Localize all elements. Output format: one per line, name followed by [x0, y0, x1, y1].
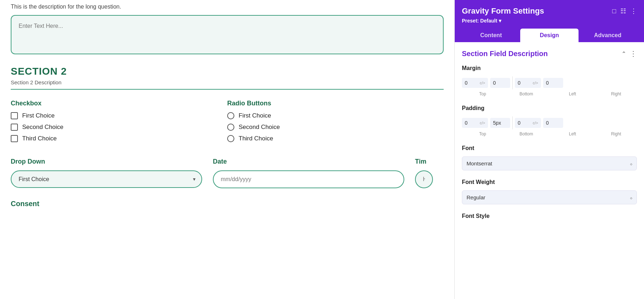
- padding-left-wrapper: c/>: [515, 118, 541, 128]
- margin-top-input[interactable]: [465, 80, 479, 86]
- dropdown-select[interactable]: First Choice Second Choice Third Choice: [11, 170, 202, 188]
- section-title: SECTION 2: [11, 66, 444, 77]
- margin-right-input[interactable]: [546, 80, 560, 86]
- checkbox-group: Checkbox First Choice Second Choice Thir…: [11, 100, 227, 146]
- checkbox-input-1[interactable]: [11, 112, 18, 119]
- checkbox-label: Checkbox: [11, 100, 216, 107]
- margin-divider: [512, 76, 513, 89]
- textarea-field[interactable]: [11, 15, 444, 54]
- panel-header-top: Gravity Form Settings □ ☷ ⋮: [462, 6, 637, 16]
- section-desc: Section 2 Description: [11, 79, 444, 90]
- radio-input-1[interactable]: [227, 112, 234, 119]
- margin-top-unit: c/>: [480, 81, 485, 85]
- checkbox-input-2[interactable]: [11, 124, 18, 131]
- consent-label: Consent: [11, 200, 444, 208]
- panel-body: Section Field Description ⌃ ⋮ Margin c/>: [455, 42, 644, 299]
- font-weight-section: Font Weight Regular Bold Light: [462, 179, 637, 204]
- panel-header: Gravity Form Settings □ ☷ ⋮ Preset: Defa…: [455, 0, 644, 42]
- section-field-desc-icons: ⌃ ⋮: [621, 49, 637, 58]
- radio-input-3[interactable]: [227, 135, 234, 142]
- margin-bottom-label: Bottom: [506, 91, 547, 96]
- date-label: Date: [213, 158, 404, 165]
- radio-input-2[interactable]: [227, 124, 234, 131]
- font-weight-select-wrapper: Regular Bold Light: [462, 190, 637, 204]
- margin-left-input[interactable]: [518, 80, 532, 86]
- padding-top-unit: c/>: [480, 121, 485, 125]
- dropdown-group: Drop Down First Choice Second Choice Thi…: [11, 158, 213, 188]
- panel-preset: Preset: Default ▾: [462, 18, 637, 24]
- margin-top-wrapper: c/>: [462, 78, 488, 88]
- time-input[interactable]: [415, 170, 433, 188]
- maximize-icon[interactable]: □: [612, 8, 616, 15]
- panel-title: Gravity Form Settings: [462, 6, 544, 16]
- padding-right-label: Right: [595, 131, 637, 136]
- radio-label: Radio Buttons: [227, 100, 433, 107]
- margin-bottom-input[interactable]: [493, 80, 507, 86]
- padding-left-unit: c/>: [533, 121, 538, 125]
- padding-bottom-wrapper: [490, 118, 510, 128]
- margin-left-wrapper: c/>: [515, 78, 541, 88]
- font-weight-select[interactable]: Regular Bold Light: [462, 190, 637, 204]
- bottom-fields-row: Drop Down First Choice Second Choice Thi…: [11, 158, 444, 188]
- font-select[interactable]: Montserrat Arial Georgia: [462, 156, 637, 170]
- padding-divider: [512, 116, 513, 129]
- padding-top-label: Top: [462, 131, 503, 136]
- margin-top-label: Top: [462, 91, 503, 96]
- padding-top-wrapper: c/>: [462, 118, 488, 128]
- padding-labels-row: Top Bottom Left Right: [462, 131, 637, 136]
- padding-right-wrapper: [543, 118, 563, 128]
- radio-choice-1: First Choice: [239, 112, 271, 119]
- margin-left-unit: c/>: [533, 81, 538, 85]
- more-options-icon[interactable]: ⋮: [630, 7, 637, 15]
- fields-row: Checkbox First Choice Second Choice Thir…: [11, 100, 444, 146]
- left-panel: This is the description for the long que…: [0, 0, 454, 299]
- margin-inputs-row: c/> c/>: [462, 76, 637, 89]
- section-field-desc-header: Section Field Description ⌃ ⋮: [462, 49, 637, 58]
- margin-left-label: Left: [552, 91, 593, 96]
- checkbox-item-2[interactable]: Second Choice: [11, 124, 216, 131]
- margin-bottom-wrapper: [490, 78, 510, 88]
- padding-top-input[interactable]: [465, 120, 479, 126]
- time-group: Tim: [415, 158, 444, 188]
- font-weight-title: Font Weight: [462, 179, 637, 185]
- dropdown-label: Drop Down: [11, 158, 202, 165]
- description-text: This is the description for the long que…: [11, 0, 444, 10]
- time-label: Tim: [415, 158, 433, 165]
- checkbox-choice-3: Third Choice: [22, 135, 57, 142]
- tab-advanced[interactable]: Advanced: [579, 29, 637, 42]
- date-input[interactable]: [213, 170, 404, 188]
- select-wrapper: First Choice Second Choice Third Choice: [11, 170, 202, 188]
- padding-left-input[interactable]: [518, 120, 532, 126]
- margin-right-wrapper: [543, 78, 563, 88]
- collapse-icon[interactable]: ⌃: [621, 50, 626, 57]
- margin-title: Margin: [462, 65, 637, 71]
- padding-section: Padding c/> c/> Top: [462, 105, 637, 136]
- padding-bottom-input[interactable]: [493, 120, 507, 126]
- radio-item-1[interactable]: First Choice: [227, 112, 433, 119]
- panel-tabs: Content Design Advanced: [462, 29, 637, 42]
- padding-right-input[interactable]: [546, 120, 560, 126]
- tab-design[interactable]: Design: [520, 29, 579, 42]
- padding-inputs-row: c/> c/>: [462, 116, 637, 129]
- grid-icon[interactable]: ☷: [620, 7, 626, 15]
- radio-choice-3: Third Choice: [239, 135, 273, 142]
- radio-choice-2: Second Choice: [239, 124, 280, 131]
- padding-bottom-label: Bottom: [506, 131, 547, 136]
- radio-item-3[interactable]: Third Choice: [227, 135, 433, 142]
- radio-item-2[interactable]: Second Choice: [227, 124, 433, 131]
- radio-group: Radio Buttons First Choice Second Choice…: [227, 100, 444, 146]
- checkbox-item-3[interactable]: Third Choice: [11, 135, 216, 142]
- preset-value: Default ▾: [480, 18, 501, 24]
- tab-content[interactable]: Content: [462, 29, 520, 42]
- checkbox-input-3[interactable]: [11, 135, 18, 142]
- section-field-desc-title: Section Field Description: [462, 50, 548, 58]
- margin-labels-row: Top Bottom Left Right: [462, 91, 637, 96]
- preset-label: Preset:: [462, 18, 479, 24]
- checkbox-item-1[interactable]: First Choice: [11, 112, 216, 119]
- font-title: Font: [462, 145, 637, 151]
- margin-right-label: Right: [595, 91, 637, 96]
- font-section: Font Montserrat Arial Georgia: [462, 145, 637, 170]
- padding-left-label: Left: [552, 131, 593, 136]
- margin-section: Margin c/> c/> Top: [462, 65, 637, 96]
- section-more-icon[interactable]: ⋮: [630, 49, 637, 58]
